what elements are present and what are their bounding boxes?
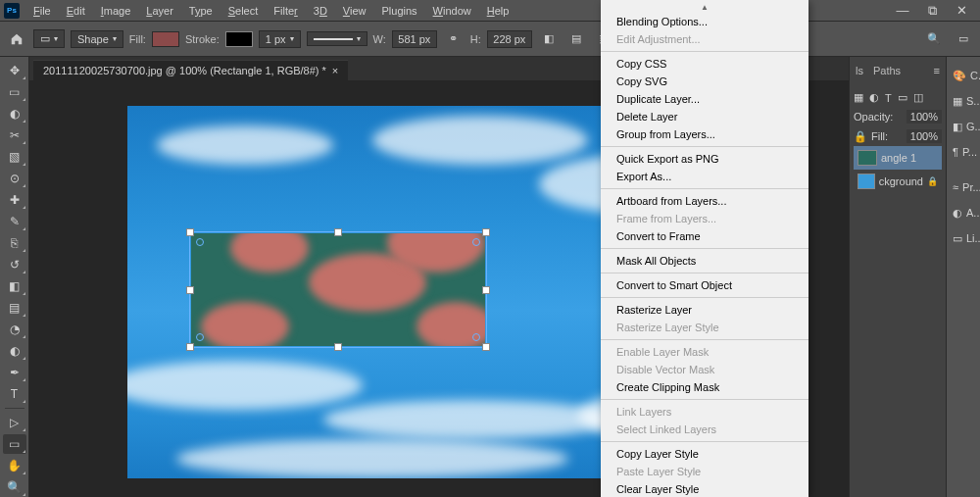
- tool-preset[interactable]: ▭ ▾: [33, 29, 65, 48]
- close-tab-icon[interactable]: ×: [332, 65, 338, 76]
- ctx-group-from-layers-[interactable]: Group from Layers...: [601, 125, 808, 143]
- collapsed-panel-4[interactable]: ≈Pr...: [947, 174, 980, 200]
- search-icon[interactable]: 🔍: [923, 28, 945, 50]
- link-wh-icon[interactable]: ⚭: [443, 28, 465, 50]
- window-close[interactable]: ✕: [947, 3, 976, 18]
- mode-select[interactable]: Shape ▾: [71, 30, 123, 48]
- tool-zoom[interactable]: 🔍: [3, 477, 26, 497]
- layer-item-background[interactable]: ckground 🔒: [854, 170, 942, 193]
- window-restore[interactable]: ⧉: [917, 3, 947, 19]
- ctx-rasterize-layer[interactable]: Rasterize Layer: [601, 301, 808, 319]
- ctx-disable-vector-mask: Disable Vector Mask: [601, 361, 808, 378]
- fill-label: Fill:: [129, 33, 146, 45]
- filter-adj-icon[interactable]: ◐: [869, 91, 879, 104]
- ctx-blending-options-[interactable]: Blending Options...: [601, 13, 808, 30]
- menu-select[interactable]: Select: [220, 3, 267, 19]
- ctx-link-layers: Link Layers: [601, 403, 808, 421]
- collapsed-panel-1[interactable]: ▦S...: [947, 88, 980, 114]
- menu-edit[interactable]: Edit: [59, 3, 93, 19]
- tool-pen[interactable]: ✒: [3, 363, 26, 382]
- tool-rectangle[interactable]: ▭: [3, 434, 26, 454]
- tool-frame[interactable]: ▧: [3, 147, 26, 167]
- collapsed-panel-0[interactable]: 🎨C...: [947, 63, 980, 88]
- ctx-artboard-from-layers-[interactable]: Artboard from Layers...: [601, 192, 808, 210]
- layer-thumb: [858, 150, 877, 166]
- home-button[interactable]: [6, 28, 27, 50]
- tool-dodge[interactable]: ◐: [3, 341, 26, 361]
- options-bar: ▭ ▾ Shape ▾ Fill: Stroke: 1 px ▾ ▾ W: 58…: [0, 22, 980, 57]
- menu-help[interactable]: Help: [479, 3, 517, 19]
- menu-view[interactable]: View: [335, 3, 374, 19]
- tool-crop[interactable]: ✂: [3, 125, 26, 145]
- ctx-create-clipping-mask[interactable]: Create Clipping Mask: [601, 378, 808, 396]
- tool-eyedropper[interactable]: ⊙: [3, 169, 26, 188]
- ctx-convert-to-smart-object[interactable]: Convert to Smart Object: [601, 276, 808, 294]
- tool-blur[interactable]: ◔: [3, 320, 26, 339]
- ctx-copy-svg[interactable]: Copy SVG: [601, 73, 808, 90]
- tool-path-select[interactable]: ▷: [3, 413, 26, 432]
- menu-image[interactable]: Image: [93, 3, 139, 19]
- collapsed-panel-2[interactable]: ◧G...: [947, 114, 980, 139]
- stroke-label: Stroke:: [185, 33, 220, 45]
- ctx-quick-export-as-png[interactable]: Quick Export as PNG: [601, 150, 808, 168]
- lock-icon[interactable]: 🔒: [854, 130, 867, 143]
- ctx-copy-css[interactable]: Copy CSS: [601, 55, 808, 73]
- height-input[interactable]: 228 px: [487, 30, 532, 48]
- tool-move[interactable]: ✥: [3, 61, 26, 80]
- layer-name: angle 1: [881, 152, 916, 164]
- tool-brush[interactable]: ✎: [3, 212, 26, 231]
- filter-smart-icon[interactable]: ◫: [913, 91, 923, 104]
- tool-lasso[interactable]: ◐: [3, 104, 26, 124]
- ctx-clear-layer-style[interactable]: Clear Layer Style: [601, 480, 808, 497]
- filter-shape-icon[interactable]: ▭: [898, 91, 907, 104]
- document-tab[interactable]: 20111120025730700.jpg @ 100% (Rectangle …: [33, 60, 348, 80]
- layer-name-bg: ckground: [879, 175, 923, 187]
- workspace-icon[interactable]: ▭: [953, 28, 974, 50]
- align-icon[interactable]: ▤: [565, 28, 587, 50]
- menu-window[interactable]: Window: [425, 3, 479, 19]
- layer-thumb-bg: [858, 174, 875, 189]
- tool-spot-heal[interactable]: ✚: [3, 190, 26, 210]
- menu-3d[interactable]: 3D: [306, 3, 335, 19]
- stroke-swatch[interactable]: [225, 31, 253, 47]
- stroke-style[interactable]: ▾: [307, 31, 368, 46]
- filter-type-icon[interactable]: T: [885, 92, 892, 104]
- filter-pixel-icon[interactable]: ▦: [854, 91, 863, 104]
- menu-layer[interactable]: Layer: [138, 3, 181, 19]
- layer-item-selected[interactable]: angle 1: [854, 146, 942, 170]
- ctx-enable-layer-mask: Enable Layer Mask: [601, 343, 808, 361]
- tool-clone[interactable]: ⎘: [3, 233, 26, 253]
- panel-tab-paths[interactable]: Paths: [873, 65, 901, 76]
- tool-gradient[interactable]: ▤: [3, 298, 26, 318]
- tool-marquee[interactable]: ▭: [3, 82, 26, 102]
- collapsed-panel-6[interactable]: ▭Li...: [947, 225, 980, 251]
- menu-type[interactable]: Type: [181, 3, 220, 19]
- ctx-mask-all-objects[interactable]: Mask All Objects: [601, 252, 808, 270]
- width-input[interactable]: 581 px: [392, 30, 437, 48]
- fill-swatch[interactable]: [152, 31, 179, 47]
- panel-menu-icon[interactable]: ≡: [934, 65, 940, 76]
- fill-value[interactable]: 100%: [906, 129, 942, 143]
- window-minimize[interactable]: —: [888, 3, 917, 18]
- tool-type[interactable]: T: [3, 384, 26, 404]
- tool-hand[interactable]: ✋: [3, 456, 26, 475]
- menu-plugins[interactable]: Plugins: [374, 3, 425, 19]
- tool-eraser[interactable]: ◧: [3, 276, 26, 296]
- path-ops-icon[interactable]: ◧: [538, 28, 560, 50]
- collapsed-panels: 🎨C...▦S...◧G...¶P...≈Pr...◐A...▭Li...: [946, 57, 980, 497]
- ctx-export-as-[interactable]: Export As...: [601, 168, 808, 185]
- ctx-copy-layer-style[interactable]: Copy Layer Style: [601, 445, 808, 463]
- scroll-up-arrow[interactable]: ▲: [601, 2, 808, 13]
- opacity-value[interactable]: 100%: [906, 110, 942, 124]
- panel-tab-channels[interactable]: ls: [856, 65, 863, 76]
- rectangle-shape[interactable]: [191, 233, 485, 346]
- menu-file[interactable]: File: [25, 3, 59, 19]
- menu-filter[interactable]: Filter: [266, 3, 305, 19]
- collapsed-panel-5[interactable]: ◐A...: [947, 200, 980, 225]
- tool-history-brush[interactable]: ↺: [3, 255, 26, 274]
- ctx-duplicate-layer-[interactable]: Duplicate Layer...: [601, 90, 808, 108]
- ctx-delete-layer[interactable]: Delete Layer: [601, 108, 808, 125]
- stroke-width[interactable]: 1 px ▾: [259, 30, 301, 48]
- collapsed-panel-3[interactable]: ¶P...: [947, 139, 980, 165]
- ctx-convert-to-frame[interactable]: Convert to Frame: [601, 227, 808, 245]
